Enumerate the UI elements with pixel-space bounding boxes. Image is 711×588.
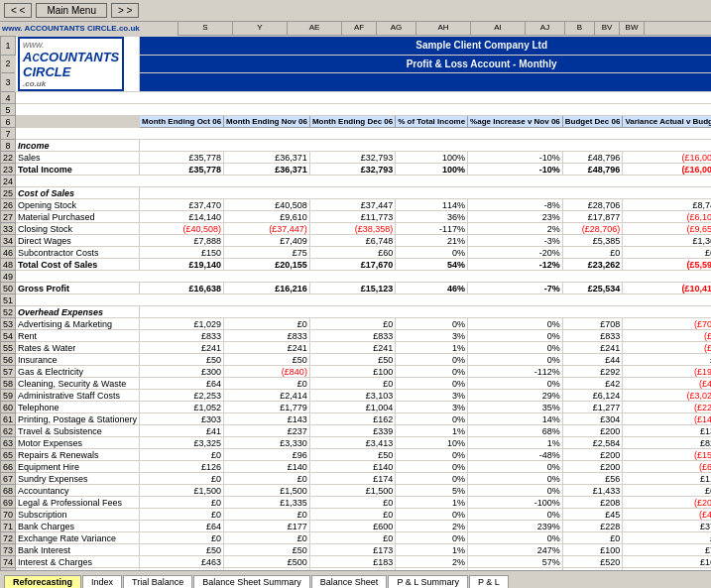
- gas-pct-nov: -112%: [468, 366, 563, 378]
- advertising-label: Advertising & Marketing: [16, 318, 140, 330]
- sales-nov: £36,371: [224, 152, 310, 164]
- material-oct: £14,140: [140, 211, 224, 223]
- closing-stock-pct-nov: 2%: [468, 223, 563, 235]
- total-income-variance: (£16,002): [623, 164, 711, 176]
- legal-pct: 1%: [396, 497, 468, 509]
- cleaning-nov: £0: [224, 378, 310, 390]
- rownum-46: 46: [1, 247, 16, 259]
- sundry-oct: £0: [140, 473, 224, 485]
- gross-profit-pct-nov: -7%: [468, 283, 563, 294]
- travel-label: Travel & Subsistence: [16, 425, 140, 437]
- row-56: 56 Insurance £50 £50 £50 0% 0% £44 £6 13…: [1, 354, 712, 366]
- total-income-dec: £32,793: [309, 164, 395, 176]
- tab-reforecasting[interactable]: Reforecasting: [4, 575, 81, 588]
- equipment-variance: (£60): [623, 461, 711, 473]
- cleaning-pct-nov: 0%: [468, 378, 563, 390]
- rownum-22: 22: [1, 152, 16, 164]
- rownum-4: 4: [1, 92, 16, 104]
- logo-www: www.: [23, 40, 119, 50]
- bank-charges-budget: £228: [562, 521, 623, 532]
- header-budget: Budget Dec 06: [562, 116, 623, 128]
- row-63: 63 Motor Expenses £3,325 £3,330 £3,413 1…: [1, 437, 712, 449]
- closing-stock-budget: (£28,706): [562, 223, 623, 235]
- toolbar: < < Main Menu > >: [0, 0, 711, 22]
- row-50: 50 Gross Profit £16,638 £16,216 £15,123 …: [1, 283, 712, 294]
- tab-trial-balance[interactable]: Trial Balance: [123, 575, 192, 588]
- exchange-label: Exchange Rate Variance: [16, 532, 140, 544]
- rownum-54: 54: [1, 330, 16, 342]
- logo-cell: www. ACCOUNTANTS CIRCLE .co.uk: [16, 37, 140, 92]
- total-cos-oct: £19,140: [140, 259, 224, 271]
- tab-balance-sheet-summary[interactable]: Balance Sheet Summary: [193, 575, 310, 588]
- telephone-oct: £1,052: [140, 402, 224, 413]
- insurance-variance: £6: [623, 354, 711, 366]
- opening-stock-dec: £37,447: [309, 199, 395, 211]
- rates-nov: £241: [224, 342, 310, 354]
- closing-stock-variance: (£9,652): [623, 223, 711, 235]
- rates-pct-nov: 0%: [468, 342, 563, 354]
- subscription-budget: £45: [562, 509, 623, 521]
- row-62: 62 Travel & Subsistence £41 £237 £339 1%…: [1, 425, 712, 437]
- logo-brand: ACCOUNTANTS: [23, 50, 119, 64]
- total-cos-pct-nov: -12%: [468, 259, 563, 271]
- rownum-62: 62: [1, 425, 16, 437]
- rownum-74: 74: [1, 556, 16, 568]
- header-variance: Variance Actual v Budget: [623, 116, 711, 128]
- rownum-60: 60: [1, 402, 16, 413]
- header-oct: Month Ending Oct 06: [140, 116, 224, 128]
- row-55: 55 Rates & Water £241 £241 £241 1% 0% £2…: [1, 342, 712, 354]
- col-aj-header: AJ: [526, 22, 565, 36]
- subcontractor-oct: £150: [140, 247, 224, 259]
- exchange-budget: £0: [562, 532, 623, 544]
- admin-staff-pct-nov: 29%: [468, 390, 563, 402]
- tab-pl[interactable]: P & L: [469, 575, 509, 588]
- rownum-49: 49: [1, 271, 16, 283]
- rates-oct: £241: [140, 342, 224, 354]
- subscription-dec: £0: [309, 509, 395, 521]
- motor-label: Motor Expenses: [16, 437, 140, 449]
- tab-balance-sheet[interactable]: Balance Sheet: [311, 575, 388, 588]
- legal-pct-nov: -100%: [468, 497, 563, 509]
- col-s-header: S: [178, 22, 233, 36]
- material-label: Material Purchased: [16, 211, 140, 223]
- advertising-nov: £0: [224, 318, 310, 330]
- gross-profit-pct: 46%: [396, 283, 468, 294]
- exchange-pct: 0%: [396, 532, 468, 544]
- closing-stock-dec: (£38,358): [309, 223, 395, 235]
- logo-area: www. ACCOUNTANTS CIRCLE.co.uk: [2, 24, 140, 33]
- interest-charges-dec: £183: [309, 556, 395, 568]
- subscription-pct: 0%: [396, 509, 468, 521]
- row-65: 65 Repairs & Renewals £0 £96 £50 0% -48%…: [1, 449, 712, 461]
- direct-wages-dec: £6,748: [309, 235, 395, 247]
- tab-pl-summary[interactable]: P & L Summary: [388, 575, 468, 588]
- accountancy-nov: £1,500: [224, 485, 310, 497]
- rownum-68: 68: [1, 485, 16, 497]
- legal-dec: £0: [309, 497, 395, 509]
- row-25: 25 Cost of Sales: [1, 187, 712, 199]
- opening-stock-pct-nov: -8%: [468, 199, 563, 211]
- gas-budget: £292: [562, 366, 623, 378]
- interest-charges-variance: £163: [623, 556, 711, 568]
- main-menu-button[interactable]: Main Menu: [36, 3, 106, 18]
- next-button[interactable]: > >: [111, 3, 139, 18]
- subscription-label: Subscription: [16, 509, 140, 521]
- bank-interest-label: Bank Interest: [16, 544, 140, 556]
- sundry-pct: 0%: [396, 473, 468, 485]
- accountancy-label: Accountancy: [16, 485, 140, 497]
- travel-pct: 1%: [396, 425, 468, 437]
- opening-stock-pct: 114%: [396, 199, 468, 211]
- opening-stock-budget: £28,706: [562, 199, 623, 211]
- bank-interest-pct: 1%: [396, 544, 468, 556]
- direct-wages-pct-nov: -3%: [468, 235, 563, 247]
- sales-dec: £32,793: [309, 152, 395, 164]
- rownum-8: 8: [1, 140, 16, 152]
- prev-button[interactable]: < <: [4, 3, 32, 18]
- tab-index[interactable]: Index: [82, 575, 122, 588]
- rownum-73: 73: [1, 544, 16, 556]
- gross-profit-oct: £16,638: [140, 283, 224, 294]
- gas-pct: 0%: [396, 366, 468, 378]
- row-27: 27 Material Purchased £14,140 £9,610 £11…: [1, 211, 712, 223]
- row-67: 67 Sundry Expenses £0 £0 £174 0% 0% £56 …: [1, 473, 712, 485]
- col-y-header: Y: [233, 22, 288, 36]
- subscription-variance: (£45): [623, 509, 711, 521]
